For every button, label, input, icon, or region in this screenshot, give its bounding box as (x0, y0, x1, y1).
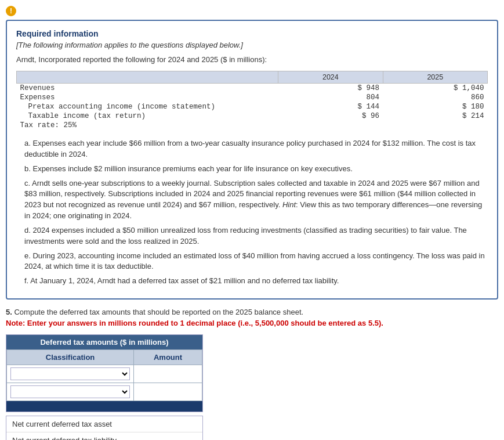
list-item-d: d. 2024 expenses included a $50 million … (24, 225, 488, 247)
list-item-f-text: At January 1, 2024, Arndt had a deferred… (30, 276, 339, 285)
table-row: Taxable income (tax return) $ 96 $ 214 (17, 111, 488, 121)
question-5-number: 5. (6, 308, 12, 316)
list-item-c-id: c. (24, 179, 32, 187)
deferred-table: Classification Amount Net current deferr… (6, 349, 202, 412)
row-pretax-2025: $ 180 (383, 102, 487, 111)
row-taxrate-label: Tax rate: 25% (17, 121, 278, 130)
row-pretax-label: Pretax accounting income (income stateme… (17, 102, 278, 111)
amount-cell-1[interactable] (134, 365, 202, 383)
question-5-section: 5. Compute the deferred tax amounts that… (6, 308, 498, 440)
list-items: a. Expenses each year include $66 millio… (24, 138, 488, 287)
dark-cell-2 (134, 401, 202, 412)
row-revenues-2024: $ 948 (278, 84, 383, 93)
list-item-a: a. Expenses each year include $66 millio… (24, 138, 488, 160)
row-taxrate-2024 (278, 121, 383, 130)
row-revenues-2025: $ 1,040 (383, 84, 487, 93)
col-header-classification: Classification (7, 350, 134, 365)
table-row: Pretax accounting income (income stateme… (17, 102, 488, 111)
deferred-table-title: Deferred tax amounts ($ in millions) (6, 335, 202, 349)
row-expenses-label: Expenses (17, 93, 278, 102)
row-pretax-2024: $ 144 (278, 102, 383, 111)
table-header-label (17, 71, 278, 84)
row-taxable-2025: $ 214 (383, 111, 487, 121)
classification-select-1[interactable]: Net current deferred tax asset Net curre… (10, 367, 130, 380)
list-item-f-id: f. (24, 276, 30, 285)
table-header-2024: 2024 (278, 71, 383, 84)
col-header-amount: Amount (134, 350, 202, 365)
question-5-note: Note: Enter your answers in millions rou… (6, 319, 498, 327)
amount-input-1[interactable] (137, 369, 198, 379)
row-taxrate-2025 (383, 121, 487, 130)
amount-input-2[interactable] (137, 387, 198, 397)
table-header-2025: 2025 (383, 71, 487, 84)
list-item-d-text: 2024 expenses included a $50 million unr… (24, 226, 467, 246)
classification-select-2[interactable]: Net current deferred tax asset Net curre… (10, 385, 130, 398)
list-item-e-text: During 2023, accounting income included … (24, 251, 485, 271)
dark-separator-row (7, 401, 202, 412)
row-expenses-2024: 804 (278, 93, 383, 102)
list-item-b: b. Expenses include $2 million insurance… (24, 164, 488, 175)
row-taxable-label: Taxable income (tax return) (17, 111, 278, 121)
dark-cell-1 (7, 401, 134, 412)
required-info-title: Required information (16, 29, 488, 38)
deferred-table-header-row: Classification Amount (7, 350, 202, 365)
deferred-table-row-2: Net current deferred tax asset Net curre… (7, 383, 202, 401)
row-revenues-label: Revenues (17, 84, 278, 93)
classification-cell-2[interactable]: Net current deferred tax asset Net curre… (7, 383, 134, 401)
row-taxable-2024: $ 96 (278, 111, 383, 121)
intro-text: Arndt, Incorporated reported the followi… (16, 55, 488, 64)
dropdown-item-2[interactable]: Net current deferred tax liability (6, 432, 202, 440)
alert-icon: ! (6, 6, 16, 16)
list-item-a-text: Expenses each year include $66 million f… (24, 139, 476, 158)
dropdown-item-1[interactable]: Net current deferred tax asset (6, 416, 202, 432)
financial-table: 2024 2025 Revenues $ 948 $ 1,040 Expense… (16, 71, 488, 130)
table-row: Expenses 804 860 (17, 93, 488, 102)
italic-note: [The following information applies to th… (16, 41, 488, 49)
dropdown-list[interactable]: Net current deferred tax asset Net curre… (6, 416, 203, 440)
row-expenses-2025: 860 (383, 93, 487, 102)
amount-cell-2[interactable] (134, 383, 202, 401)
list-item-a-id: a. (24, 139, 32, 147)
deferred-table-wrapper: Deferred tax amounts ($ in millions) Cla… (6, 334, 203, 412)
list-item-d-id: d. (24, 226, 32, 235)
list-item-b-text: Expenses include $2 million insurance pr… (32, 164, 352, 173)
list-item-e-id: e. (24, 251, 32, 260)
required-info-container: Required information [The following info… (6, 20, 498, 300)
list-item-c-text: Arndt sells one-year subscriptions to a … (24, 179, 482, 221)
list-item-c: c. Arndt sells one-year subscriptions to… (24, 178, 488, 222)
list-item-f: f. At January 1, 2024, Arndt had a defer… (24, 276, 488, 287)
table-row: Revenues $ 948 $ 1,040 (17, 84, 488, 93)
list-item-e: e. During 2023, accounting income includ… (24, 251, 488, 273)
classification-cell-1[interactable]: Net current deferred tax asset Net curre… (7, 365, 134, 383)
question-5-text: 5. Compute the deferred tax amounts that… (6, 308, 498, 316)
deferred-table-row-1: Net current deferred tax asset Net curre… (7, 365, 202, 383)
table-row: Tax rate: 25% (17, 121, 488, 130)
list-item-b-id: b. (24, 164, 32, 173)
